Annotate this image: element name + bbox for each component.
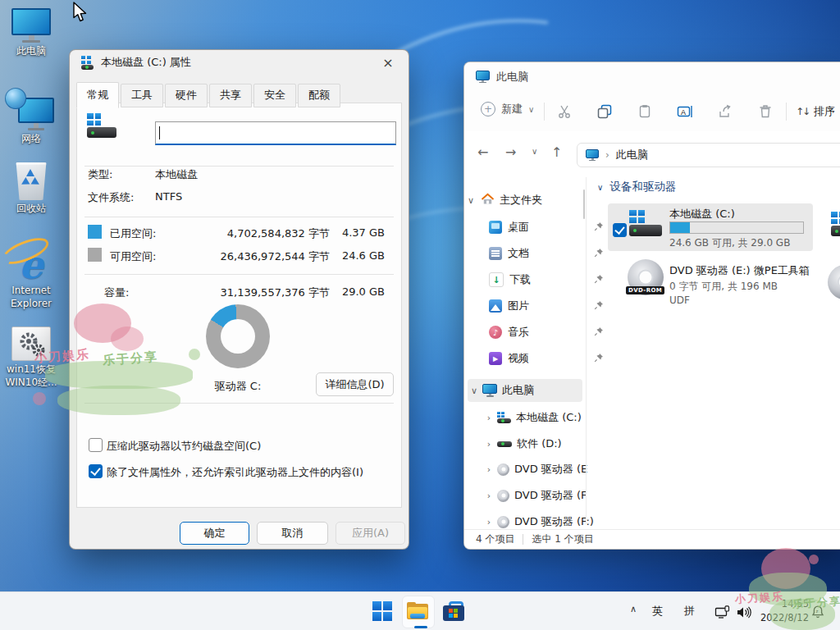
this-pc-icon [476, 71, 490, 84]
sidebar-item-this-pc[interactable]: ∨ 此电脑 [468, 379, 582, 402]
disc-icon [497, 463, 509, 476]
apply-button[interactable]: 应用(A) [336, 522, 405, 545]
new-button[interactable]: + 新建 ∨ [481, 102, 534, 116]
sidebar-item-videos[interactable]: ▶ 视频 [464, 347, 609, 370]
share-icon[interactable] [715, 102, 735, 121]
drive-c-name[interactable]: 本地磁盘 (C:) [669, 207, 735, 221]
expander-icon[interactable]: › [482, 464, 495, 475]
desktop-icon-label: win11恢复 WIN10经... [0, 363, 62, 389]
index-checkbox[interactable] [89, 464, 103, 478]
network-icon[interactable] [710, 600, 733, 623]
pin-icon [594, 300, 609, 313]
sidebar-scrollbar[interactable] [583, 189, 585, 219]
sort-button[interactable]: ↑↓ 排序 [796, 104, 835, 119]
plus-circle-icon: + [481, 102, 495, 116]
copy-icon[interactable] [595, 102, 614, 121]
expander-icon[interactable]: › [482, 517, 495, 527]
forward-icon[interactable]: → [505, 144, 516, 160]
explorer-titlebar[interactable]: 此电脑 [464, 62, 840, 91]
cut-icon[interactable] [555, 102, 574, 121]
dialog-titlebar[interactable]: 本地磁盘 (C:) 属性 × [70, 50, 409, 75]
chevron-down-icon: ∨ [528, 105, 534, 114]
tab-sharing[interactable]: 共享 [209, 84, 252, 107]
expander-icon[interactable]: › [482, 491, 495, 501]
section-header-devices[interactable]: ∨ 设备和驱动器 [597, 180, 676, 194]
notification-bell-icon[interactable]: z [806, 600, 829, 623]
drive-icon [81, 56, 94, 70]
item-checkbox[interactable] [613, 223, 627, 237]
sidebar-item-home[interactable]: ∨ 主文件夹 [464, 189, 586, 212]
up-icon[interactable]: ↑ [551, 144, 562, 160]
close-icon[interactable]: × [372, 52, 404, 73]
tab-tools[interactable]: 工具 [121, 84, 163, 107]
taskbar-clock[interactable]: 14:55 2022/8/12 [751, 597, 809, 624]
compress-checkbox[interactable] [89, 438, 103, 452]
delete-icon[interactable] [756, 102, 775, 121]
dvd-e-info: 0 字节 可用, 共 196 MB [669, 280, 778, 294]
divider [84, 274, 394, 275]
ok-button[interactable]: 确定 [180, 522, 249, 545]
expander-icon[interactable]: ∨ [468, 386, 481, 396]
taskbar-store-button[interactable] [442, 600, 465, 623]
dvd-e-name[interactable]: DVD 驱动器 (E:) 微PE工具箱 [669, 263, 810, 278]
drive-icon-c [629, 210, 662, 236]
sidebar-item-label: 音乐 [508, 325, 594, 340]
sort-icon: ↑↓ [796, 106, 809, 117]
start-button[interactable] [371, 600, 394, 623]
volume-label-input[interactable] [155, 121, 396, 145]
drive-usage-bar [669, 221, 804, 234]
sidebar-item-documents[interactable]: 文档 [464, 242, 609, 265]
tab-security[interactable]: 安全 [253, 84, 296, 107]
sidebar-item-downloads[interactable]: ↓ 下载 [464, 268, 609, 291]
sidebar-item-label: 此电脑 [502, 383, 582, 398]
rename-icon[interactable]: A [675, 102, 695, 121]
breadcrumb-root[interactable]: 此电脑 [616, 148, 648, 162]
tab-hardware[interactable]: 硬件 [165, 84, 208, 107]
explorer-title: 此电脑 [496, 70, 528, 84]
index-checkbox-label[interactable]: 除了文件属性外，还允许索引此驱动器上文件的内容(I) [107, 465, 363, 480]
general-tab-page: 类型: 本地磁盘 文件系统: NTFS 已用空间: 4,702,584,832 … [76, 103, 402, 508]
sidebar-item-dvd-e[interactable]: › DVD 驱动器 (E [464, 458, 604, 481]
sidebar-item-pictures[interactable]: 图片 [464, 294, 609, 317]
taskbar-file-explorer-button[interactable] [406, 600, 429, 623]
back-icon[interactable]: ← [477, 144, 488, 160]
compress-checkbox-label[interactable]: 压缩此驱动器以节约磁盘空间(C) [107, 439, 261, 454]
explorer-navbar: ← → ∨ ↑ › 此电脑 [464, 131, 840, 174]
explorer-sidebar: ∨ 主文件夹 桌面 文档 ↓ 下载 [464, 174, 586, 530]
expander-icon[interactable]: › [482, 439, 495, 450]
address-bar[interactable]: › 此电脑 [577, 143, 840, 167]
sidebar-item-desktop[interactable]: 桌面 [464, 216, 609, 239]
ime-language-indicator[interactable]: 英 [652, 604, 663, 619]
history-chevron-icon[interactable]: ∨ [532, 147, 537, 156]
type-label: 类型: [88, 167, 112, 182]
active-indicator [414, 626, 427, 628]
tab-general[interactable]: 常规 [76, 82, 119, 108]
desktop-icon-this-pc[interactable]: 此电脑 [0, 8, 62, 58]
desktop-icon-win11-restore[interactable]: win11恢复 WIN10经... [0, 326, 62, 389]
sidebar-item-label: 图片 [508, 299, 594, 313]
sidebar-item-disk-c[interactable]: › 本地磁盘 (C:) [464, 406, 604, 429]
ime-layout-indicator[interactable]: 拼 [684, 604, 695, 619]
expander-icon[interactable]: › [482, 413, 495, 423]
expander-icon[interactable]: ∨ [464, 195, 477, 206]
text-caret [159, 126, 160, 139]
sidebar-item-disk-d[interactable]: › 软件 (D:) [464, 432, 604, 455]
capacity-bytes: 31,139,557,376 字节 [190, 285, 330, 300]
sidebar-item-dvd-f[interactable]: › DVD 驱动器 (F [464, 484, 604, 507]
paste-icon[interactable] [635, 102, 655, 121]
section-header-label: 设备和驱动器 [609, 180, 676, 194]
filesystem-label: 文件系统: [88, 190, 134, 205]
used-size: 4.37 GB [327, 226, 385, 239]
hidden-icons-chevron[interactable]: ∧ [630, 604, 637, 614]
tab-quota[interactable]: 配额 [298, 84, 340, 107]
sidebar-item-music[interactable]: ♪ 音乐 [464, 321, 609, 344]
details-button[interactable]: 详细信息(D) [316, 372, 394, 396]
capacity-label: 容量: [104, 285, 129, 300]
divider [84, 166, 394, 167]
desktop-icon-internet-explorer[interactable]: e Internet Explorer [0, 235, 62, 310]
network-icon [0, 86, 62, 130]
desktop-icon-network[interactable]: 网络 [0, 86, 62, 146]
cancel-button[interactable]: 取消 [257, 522, 328, 545]
sidebar-item-label: 本地磁盘 (C:) [516, 410, 604, 425]
desktop-icon-recycle-bin[interactable]: 回收站 [0, 162, 62, 216]
